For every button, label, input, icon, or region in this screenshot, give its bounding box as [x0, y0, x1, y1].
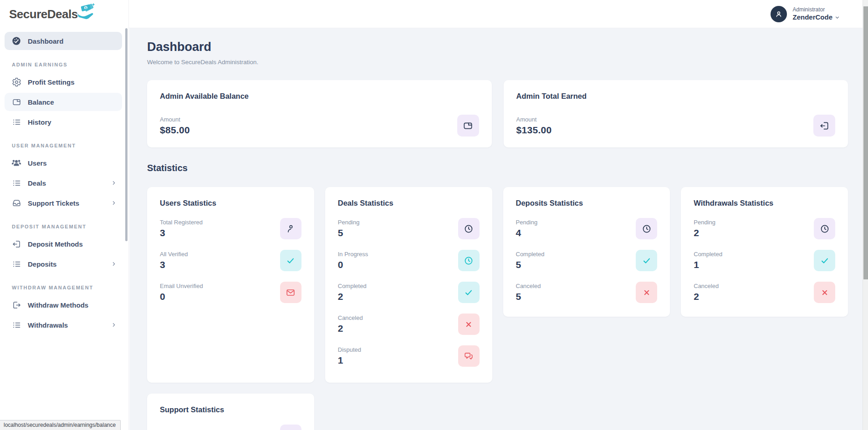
stat-value: 2 — [694, 228, 715, 238]
stat-row: Pending 4 — [516, 218, 658, 239]
stat-label: In Progress — [338, 251, 368, 258]
clock-icon — [636, 218, 657, 239]
link-status-bar: localhost/securedeals/admin/earnings/bal… — [0, 420, 121, 430]
check-icon — [458, 282, 480, 303]
sidebar-item-label: Withdraw Methods — [28, 301, 88, 309]
statistics-grid: Users Statistics Total Registered 3 — [147, 187, 848, 430]
balance-cards-row: Admin Available Balance Amount $85.00 — [147, 80, 848, 147]
stat-label: Completed — [694, 251, 722, 258]
stat-row: Pending 5 — [338, 218, 480, 239]
list-icon — [11, 258, 22, 269]
amount-label: Amount — [516, 116, 552, 123]
stat-row: Email Unverified 0 — [160, 282, 301, 303]
sidebar-item-label: Dashboard — [28, 37, 63, 45]
page-scrollbar[interactable] — [863, 0, 868, 430]
stat-row: New Replied — [160, 425, 301, 430]
sidebar-scrollbar-thumb[interactable] — [125, 28, 128, 241]
sidebar-item-label: Profit Settings — [28, 78, 75, 86]
user-menu[interactable]: Administrator ZenderCode — [771, 6, 840, 22]
sidebar-item-label: Balance — [28, 98, 54, 106]
sidebar-item-withdrawals[interactable]: Withdrawals — [5, 316, 122, 334]
admin-available-balance-card: Admin Available Balance Amount $85.00 — [147, 80, 492, 147]
sidebar-section-withdraw-management: WITHDRAW MANAGEMENT — [12, 285, 122, 290]
sidebar-item-deposits[interactable]: Deposits — [5, 255, 122, 273]
stat-row: Completed 5 — [516, 250, 658, 271]
gear-icon — [11, 76, 22, 87]
stat-value: 1 — [338, 355, 361, 366]
sidebar-item-users[interactable]: Users — [5, 154, 122, 172]
sidebar-item-balance[interactable]: Balance — [5, 93, 122, 111]
stat-value: 0 — [160, 291, 203, 302]
stat-label: Pending — [338, 219, 360, 226]
sidebar-item-label: Deposits — [28, 260, 56, 268]
speedometer-icon — [11, 35, 22, 46]
stat-row: Pending 2 — [694, 218, 835, 239]
card-title: Admin Total Earned — [516, 92, 836, 101]
chevron-right-icon — [111, 261, 117, 267]
page-scrollbar-thumb[interactable] — [863, 6, 868, 279]
logo[interactable]: SecureDeals $ — [0, 0, 128, 28]
check-icon — [814, 250, 835, 271]
sidebar-item-support-tickets[interactable]: Support Tickets — [5, 194, 122, 212]
amount-value: $85.00 — [160, 125, 190, 136]
page-title: Dashboard — [147, 40, 848, 54]
admin-total-earned-card: Admin Total Earned Amount $135.00 — [504, 80, 848, 147]
stat-value: 3 — [160, 259, 188, 270]
stat-value: 3 — [160, 228, 203, 238]
sidebar: SecureDeals $ — [0, 0, 129, 430]
topbar: Administrator ZenderCode — [129, 0, 863, 28]
sidebar-item-deals[interactable]: Deals — [5, 174, 122, 192]
main-content: Dashboard Welcome to SecureDeals Adminis… — [129, 28, 863, 430]
stat-row: Disputed 1 — [338, 345, 480, 367]
app-window: SecureDeals $ — [0, 0, 868, 430]
stat-value: 4 — [516, 228, 538, 238]
sidebar-section-admin-earnings: ADMIN EARNINGS — [12, 62, 122, 67]
sidebar-item-profit-settings[interactable]: Profit Settings — [5, 73, 122, 91]
sidebar-item-label: Users — [28, 159, 47, 167]
statistics-heading: Statistics — [147, 163, 848, 173]
export-box-icon — [11, 299, 22, 310]
amount-value: $135.00 — [516, 125, 552, 136]
stat-row: All Verified 3 — [160, 250, 301, 271]
sidebar-item-label: History — [28, 118, 51, 126]
user-name: ZenderCode — [792, 13, 832, 22]
page-subtitle: Welcome to SecureDeals Administration. — [147, 59, 848, 66]
check-icon — [636, 250, 657, 271]
stat-row: Completed 2 — [338, 282, 480, 303]
stat-label: All Verified — [160, 251, 188, 258]
sidebar-section-deposit-management: DEPOSIT MANAGEMENT — [12, 224, 122, 229]
stat-value: 1 — [694, 259, 722, 270]
card-title: Deals Statistics — [338, 199, 480, 207]
sidebar-item-history[interactable]: History — [5, 113, 122, 131]
wallet-icon — [457, 115, 479, 137]
stat-value: 5 — [338, 228, 360, 238]
chevron-down-icon — [835, 15, 840, 20]
money-hand-icon: $ — [75, 2, 96, 21]
stat-label: Pending — [694, 219, 715, 226]
users-statistics-card: Users Statistics Total Registered 3 — [147, 187, 314, 383]
stat-value: 0 — [338, 259, 368, 270]
clock-icon — [814, 218, 835, 239]
stat-value: 2 — [338, 323, 363, 334]
sidebar-item-deposit-methods[interactable]: Deposit Methods — [5, 235, 122, 253]
amount-label: Amount — [160, 116, 190, 123]
sidebar-item-dashboard[interactable]: Dashboard — [5, 32, 122, 50]
stat-value: 2 — [694, 291, 719, 302]
stat-label: Canceled — [516, 283, 541, 289]
sidebar-item-withdraw-methods[interactable]: Withdraw Methods — [5, 296, 122, 314]
sidebar-item-label: Deposit Methods — [28, 240, 83, 248]
card-title: Support Statistics — [160, 405, 301, 414]
chevron-right-icon — [111, 180, 117, 186]
sidebar-nav: Dashboard ADMIN EARNINGS Profit Settings — [0, 28, 128, 334]
stat-row: Canceled 2 — [694, 282, 835, 303]
stat-label: Completed — [516, 251, 545, 258]
stat-value: 2 — [338, 291, 367, 302]
mail-icon — [280, 282, 301, 303]
stat-value: 5 — [516, 291, 541, 302]
stat-label: Email Unverified — [160, 283, 203, 289]
stat-row: In Progress 0 — [338, 250, 480, 271]
avatar — [771, 6, 787, 22]
stat-row: Canceled 2 — [338, 314, 480, 335]
sidebar-section-user-management: USER MANAGEMENT — [12, 143, 122, 148]
svg-text:$: $ — [85, 6, 87, 10]
